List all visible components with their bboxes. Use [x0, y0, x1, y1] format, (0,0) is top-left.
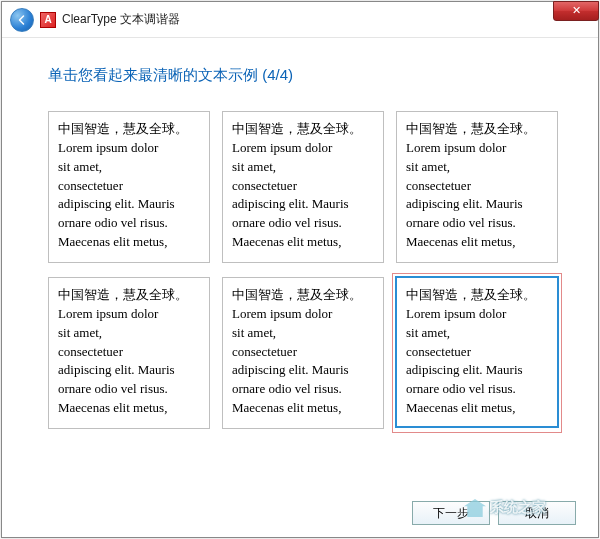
header-bar: A ClearType 文本调谐器	[2, 2, 598, 38]
arrow-left-icon	[16, 14, 28, 26]
text-sample-5[interactable]: 中国智造，慧及全球。 Lorem ipsum dolor sit amet, c…	[222, 277, 384, 429]
sample-grid: 中国智造，慧及全球。 Lorem ipsum dolor sit amet, c…	[48, 111, 558, 429]
text-sample-1[interactable]: 中国智造，慧及全球。 Lorem ipsum dolor sit amet, c…	[48, 111, 210, 263]
dialog-window: ✕ A ClearType 文本调谐器 单击您看起来最清晰的文本示例 (4/4)…	[1, 1, 599, 538]
cancel-button[interactable]: 取消	[498, 501, 576, 525]
close-icon: ✕	[572, 4, 581, 16]
text-sample-6[interactable]: 中国智造，慧及全球。 Lorem ipsum dolor sit amet, c…	[396, 277, 558, 427]
back-button[interactable]	[10, 8, 34, 32]
app-icon: A	[40, 12, 56, 28]
content-area: 单击您看起来最清晰的文本示例 (4/4) 中国智造，慧及全球。 Lorem ip…	[2, 38, 598, 441]
button-bar: 下一步 取消 系统之家	[412, 501, 576, 525]
window-title: ClearType 文本调谐器	[62, 11, 180, 28]
text-sample-4[interactable]: 中国智造，慧及全球。 Lorem ipsum dolor sit amet, c…	[48, 277, 210, 429]
text-sample-3[interactable]: 中国智造，慧及全球。 Lorem ipsum dolor sit amet, c…	[396, 111, 558, 263]
page-heading: 单击您看起来最清晰的文本示例 (4/4)	[48, 66, 558, 85]
text-sample-2[interactable]: 中国智造，慧及全球。 Lorem ipsum dolor sit amet, c…	[222, 111, 384, 263]
next-button[interactable]: 下一步	[412, 501, 490, 525]
close-button[interactable]: ✕	[553, 1, 599, 21]
